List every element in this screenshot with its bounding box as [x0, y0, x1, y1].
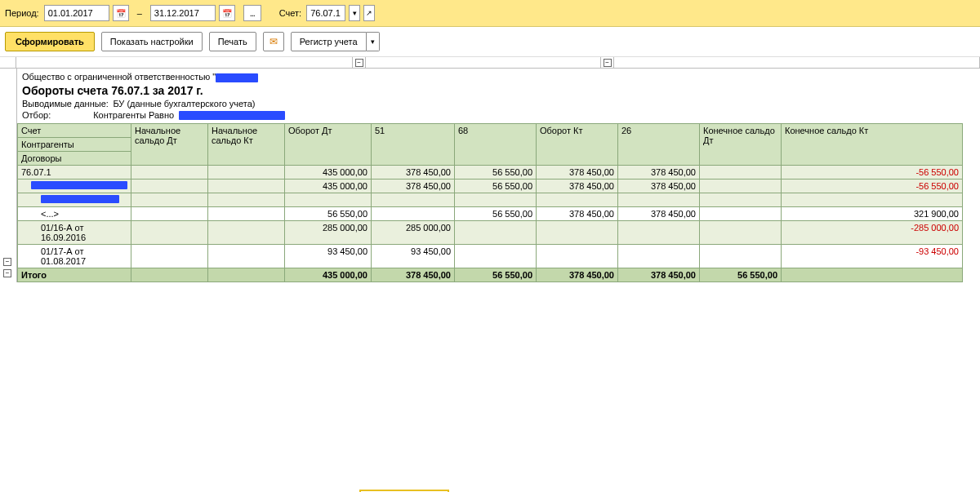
- num-cell[interactable]: 378 450,00: [618, 166, 700, 180]
- date-to-input[interactable]: [150, 5, 216, 21]
- num-cell[interactable]: 435 000,00: [285, 268, 372, 282]
- num-cell[interactable]: [618, 193, 700, 207]
- col-contracts: Договоры: [18, 152, 131, 166]
- num-cell[interactable]: 378 450,00: [537, 268, 618, 282]
- print-button[interactable]: Печать: [209, 32, 256, 51]
- num-cell[interactable]: [131, 268, 208, 282]
- num-cell[interactable]: [455, 245, 537, 268]
- num-cell[interactable]: -56 550,00: [782, 180, 963, 193]
- row-label[interactable]: [18, 180, 131, 193]
- total-label[interactable]: Итого: [18, 268, 131, 282]
- num-cell[interactable]: [208, 207, 285, 221]
- email-button[interactable]: ✉: [263, 32, 284, 51]
- num-cell[interactable]: [700, 221, 782, 245]
- num-cell[interactable]: 56 550,00: [700, 268, 782, 282]
- num-cell[interactable]: [700, 207, 782, 221]
- num-cell[interactable]: [131, 207, 208, 221]
- num-cell[interactable]: [700, 166, 782, 180]
- num-cell[interactable]: -285 000,00: [782, 221, 963, 245]
- num-cell[interactable]: [537, 221, 618, 245]
- num-cell[interactable]: 285 000,00: [285, 221, 372, 245]
- num-cell[interactable]: 378 450,00: [372, 166, 455, 180]
- num-cell[interactable]: 93 450,00: [372, 245, 455, 268]
- num-cell[interactable]: [208, 193, 285, 207]
- period-dialog-button[interactable]: ...: [243, 5, 261, 21]
- num-cell[interactable]: [618, 245, 700, 268]
- num-cell[interactable]: [285, 193, 372, 207]
- num-cell[interactable]: [208, 180, 285, 193]
- num-cell[interactable]: 285 000,00: [372, 221, 455, 245]
- row-label[interactable]: <...>: [18, 207, 131, 221]
- row-label[interactable]: [18, 193, 131, 207]
- num-cell[interactable]: 378 450,00: [618, 268, 700, 282]
- collapse-toggle[interactable]: −: [355, 59, 363, 67]
- num-cell[interactable]: 435 000,00: [285, 166, 372, 180]
- num-cell[interactable]: [537, 245, 618, 268]
- col-turn-kt: Оборот Кт: [537, 124, 618, 166]
- period-toolbar: Период: 📅 – 📅 ... Счет: ▾ ↗: [0, 0, 980, 27]
- calendar-to-button[interactable]: 📅: [219, 5, 235, 21]
- register-button[interactable]: Регистр учета: [291, 32, 367, 51]
- num-cell[interactable]: [700, 245, 782, 268]
- num-cell[interactable]: -56 550,00: [782, 166, 963, 180]
- num-cell[interactable]: [131, 221, 208, 245]
- organization-name: Общество с ограниченной ответственностью…: [22, 72, 975, 82]
- date-from-input[interactable]: [44, 5, 109, 21]
- num-cell[interactable]: [537, 193, 618, 207]
- num-cell[interactable]: [700, 180, 782, 193]
- num-cell[interactable]: [208, 221, 285, 245]
- num-cell[interactable]: 378 450,00: [537, 166, 618, 180]
- num-cell[interactable]: [208, 166, 285, 180]
- account-open-button[interactable]: ↗: [363, 5, 375, 21]
- calendar-from-button[interactable]: 📅: [113, 5, 129, 21]
- num-cell[interactable]: [455, 221, 537, 245]
- num-cell[interactable]: 378 450,00: [372, 180, 455, 193]
- table-row: 435 000,00378 450,0056 550,00378 450,003…: [18, 180, 963, 193]
- num-cell[interactable]: [782, 193, 963, 207]
- expand-toggle[interactable]: −: [3, 269, 11, 277]
- account-dropdown-button[interactable]: ▾: [349, 5, 360, 21]
- chevron-down-icon[interactable]: ▾: [367, 32, 380, 51]
- generate-button[interactable]: Сформировать: [5, 32, 95, 51]
- num-cell[interactable]: [131, 166, 208, 180]
- num-cell[interactable]: [700, 193, 782, 207]
- num-cell[interactable]: [372, 193, 455, 207]
- num-cell[interactable]: [131, 245, 208, 268]
- account-input[interactable]: [306, 5, 345, 21]
- num-cell[interactable]: 378 450,00: [618, 180, 700, 193]
- col-51: 51: [372, 124, 455, 166]
- report-header: Общество с ограниченной ответственностью…: [17, 69, 980, 123]
- row-label[interactable]: 01/16-А от 16.09.2016: [18, 221, 131, 245]
- date-dash: –: [132, 8, 147, 18]
- row-label[interactable]: 76.07.1: [18, 166, 131, 180]
- row-label[interactable]: 01/17-А от 01.08.2017: [18, 245, 131, 268]
- num-cell[interactable]: 378 450,00: [372, 268, 455, 282]
- num-cell[interactable]: [131, 180, 208, 193]
- num-cell[interactable]: 321 900,00: [782, 207, 963, 221]
- num-cell[interactable]: 56 550,00: [455, 268, 537, 282]
- expand-toggle[interactable]: −: [3, 258, 11, 266]
- num-cell[interactable]: [782, 268, 963, 282]
- show-settings-button[interactable]: Показать настройки: [101, 32, 203, 51]
- num-cell[interactable]: 378 450,00: [537, 180, 618, 193]
- num-cell[interactable]: 56 550,00: [455, 180, 537, 193]
- num-cell[interactable]: 378 450,00: [537, 207, 618, 221]
- num-cell[interactable]: [455, 193, 537, 207]
- num-cell[interactable]: [208, 268, 285, 282]
- num-cell[interactable]: [618, 221, 700, 245]
- num-cell[interactable]: 56 550,00: [455, 166, 537, 180]
- num-cell[interactable]: -93 450,00: [782, 245, 963, 268]
- num-cell[interactable]: 56 550,00: [285, 207, 372, 221]
- table-row: [18, 193, 963, 207]
- num-cell[interactable]: [208, 245, 285, 268]
- num-cell[interactable]: 93 450,00: [285, 245, 372, 268]
- collapse-toggle[interactable]: −: [604, 59, 612, 67]
- num-cell[interactable]: 56 550,00: [455, 207, 537, 221]
- col-turn-dt: Оборот Дт: [285, 124, 372, 166]
- num-cell[interactable]: [131, 193, 208, 207]
- num-cell[interactable]: [372, 207, 455, 221]
- account-label: Счет:: [279, 8, 301, 18]
- num-cell[interactable]: 435 000,00: [285, 180, 372, 193]
- register-dropdown[interactable]: Регистр учета ▾: [291, 32, 380, 51]
- num-cell[interactable]: 378 450,00: [618, 207, 700, 221]
